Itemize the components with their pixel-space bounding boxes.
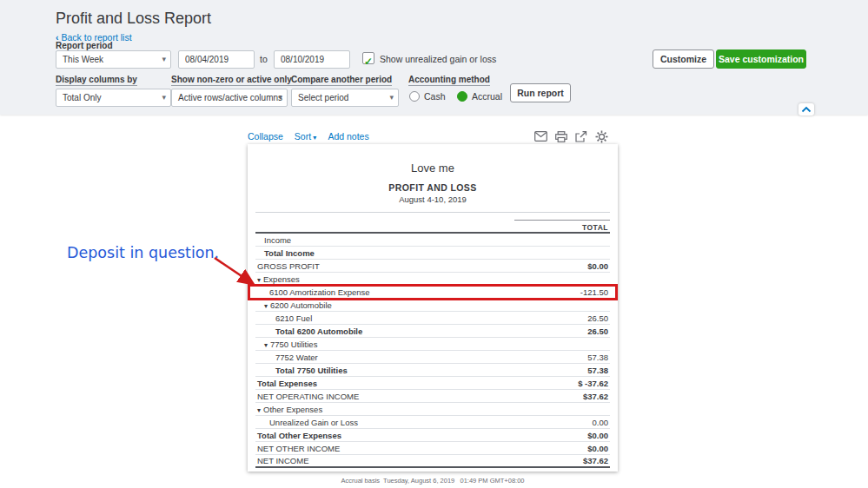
report-row-unrealized-gain-loss[interactable]: Unrealized Gain or Loss 0.00 (255, 416, 610, 429)
show-unrealized-checkbox[interactable] (362, 52, 374, 64)
chevron-up-icon (801, 106, 812, 113)
report-title: PROFIT AND LOSS (255, 182, 610, 193)
add-notes-link[interactable]: Add notes (328, 131, 368, 142)
customize-button[interactable]: Customize (653, 49, 714, 69)
report-row-expenses[interactable]: Expenses (255, 273, 610, 286)
report-row-total-other-expenses[interactable]: Total Other Expenses $0.00 (255, 429, 610, 442)
row-label: Total Other Expenses (257, 431, 341, 440)
row-value: $37.62 (583, 392, 608, 401)
report-row-income[interactable]: Income (255, 234, 610, 247)
report-row-other-expenses[interactable]: Other Expenses (255, 403, 610, 416)
report-row-total-expenses[interactable]: Total Expenses $ -37.62 (255, 377, 610, 390)
row-label: GROSS PROFIT (257, 261, 320, 271)
report-card: Love me PROFIT AND LOSS August 4-10, 201… (248, 144, 618, 472)
page-title: Profit and Loss Report (56, 10, 211, 28)
divider (255, 212, 610, 213)
row-value: 57.38 (587, 353, 608, 362)
accrual-radio-label: Accrual (472, 91, 502, 102)
sort-link[interactable]: Sort (295, 131, 317, 142)
row-value: 26.50 (587, 313, 608, 323)
display-columns-select[interactable]: Total Only (56, 89, 171, 107)
expand-arrow-icon[interactable] (264, 340, 268, 349)
row-value: $0.00 (587, 444, 608, 453)
row-label: NET INCOME (257, 456, 308, 465)
print-icon[interactable] (555, 131, 567, 142)
save-customization-button[interactable]: Save customization (716, 49, 806, 69)
report-period: August 4-10, 2019 (255, 195, 610, 204)
report-row-fuel[interactable]: 6210 Fuel 26.50 (255, 312, 610, 325)
report-row-net-operating-income[interactable]: NET OPERATING INCOME $37.62 (255, 390, 610, 403)
date-range-to-label: to (260, 54, 268, 64)
company-name: Love me (255, 162, 610, 175)
row-label: NET OTHER INCOME (257, 444, 340, 453)
row-label: Total 7750 Utilities (257, 366, 348, 375)
expand-arrow-icon[interactable] (264, 300, 268, 310)
row-label: 6210 Fuel (257, 313, 312, 323)
row-value: 57.38 (587, 366, 608, 375)
report-row-net-income[interactable]: NET INCOME $37.62 (255, 455, 610, 468)
row-label: 7752 Water (257, 353, 318, 362)
collapse-link[interactable]: Collapse (248, 131, 283, 142)
row-label: Total 6200 Automobile (257, 326, 362, 336)
report-row-utilities[interactable]: 7750 Utilities (255, 338, 610, 351)
row-value: $0.00 (587, 431, 608, 440)
report-toolbar: Collapse Sort Add notes (248, 129, 618, 144)
accounting-method-label: Accounting method (408, 75, 490, 84)
row-label: 6200 Automobile (257, 300, 332, 310)
date-from-input[interactable] (178, 50, 255, 69)
cash-radio[interactable] (409, 91, 420, 102)
row-value: 26.50 (587, 326, 608, 336)
gear-icon[interactable] (595, 130, 608, 143)
row-label: Unrealized Gain or Loss (257, 418, 358, 427)
report-row-automobile[interactable]: 6200 Automobile (255, 299, 610, 312)
report-period-select[interactable]: This Week (56, 50, 171, 69)
export-icon[interactable] (575, 131, 587, 142)
report-row-total-utilities[interactable]: Total 7750 Utilities 57.38 (255, 364, 610, 377)
row-label: Total Income (257, 248, 315, 258)
report-period-label: Report period (56, 41, 113, 50)
show-unrealized-label: Show unrealized gain or loss (380, 54, 496, 64)
row-label: 7750 Utilities (257, 340, 317, 349)
row-label: Income (257, 235, 291, 245)
row-value: $37.62 (583, 456, 608, 465)
row-label: Other Expenses (257, 405, 322, 414)
row-value: $ -37.62 (578, 379, 608, 388)
row-label: Total Expenses (257, 379, 317, 388)
total-column-header: TOTAL (514, 220, 610, 232)
show-nonzero-label: Show non-zero or active only (171, 75, 292, 84)
cash-radio-label: Cash (424, 91, 446, 102)
report-footer: Accrual basis Tuesday, August 6, 2019 01… (248, 477, 618, 485)
report-actions (534, 130, 618, 143)
chevron-down-icon (311, 131, 316, 142)
row-value: $0.00 (587, 261, 608, 271)
show-nonzero-select[interactable]: Active rows/active columns (171, 89, 288, 107)
date-to-input[interactable] (274, 50, 350, 69)
collapse-header-button[interactable] (798, 103, 814, 115)
report-row-total-automobile[interactable]: Total 6200 Automobile 26.50 (255, 325, 610, 338)
annotation-text: Deposit in question. (67, 244, 219, 261)
accrual-radio[interactable] (457, 91, 467, 102)
report-settings-header: Profit and Loss Report ‹Back to report l… (0, 0, 868, 115)
email-icon[interactable] (534, 131, 547, 142)
report-row-total-income[interactable]: Total Income (255, 247, 610, 260)
compare-period-label: Compare another period (291, 75, 392, 84)
report-row-gross-profit[interactable]: GROSS PROFIT $0.00 (255, 260, 610, 273)
run-report-button[interactable]: Run report (510, 83, 571, 102)
display-columns-label: Display columns by (56, 75, 137, 84)
report-rows: Income Total Income GROSS PROFIT $0.00 E… (255, 234, 610, 468)
expand-arrow-icon[interactable] (257, 405, 261, 414)
report-row-net-other-income[interactable]: NET OTHER INCOME $0.00 (255, 442, 610, 455)
compare-period-select[interactable]: Select period (291, 89, 399, 107)
report-row-amortization-expense-highlighted[interactable]: 6100 Amortization Expense -121.50 (249, 286, 616, 299)
report-row-water[interactable]: 7752 Water 57.38 (255, 351, 610, 364)
row-label: 6100 Amortization Expense (257, 287, 370, 297)
row-value: 0.00 (593, 418, 609, 427)
row-label: NET OPERATING INCOME (257, 392, 359, 401)
table-header: TOTAL (255, 219, 610, 234)
row-value: -121.50 (580, 287, 608, 297)
